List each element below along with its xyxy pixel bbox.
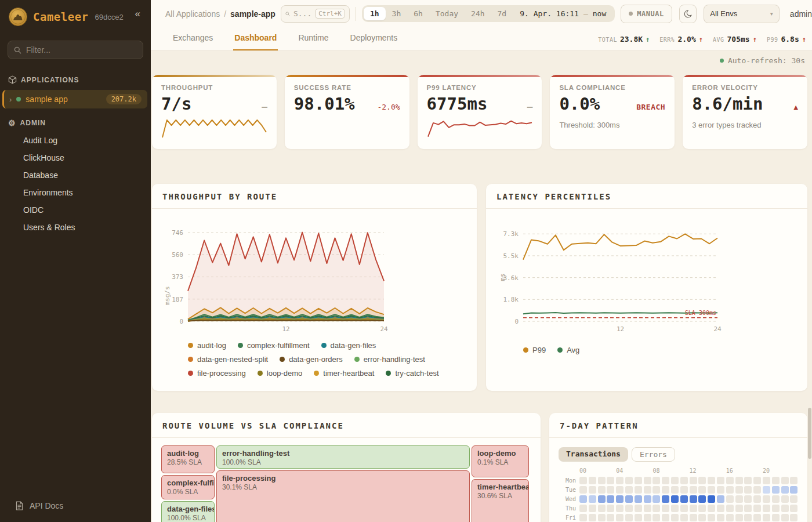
heatmap-row-wed: Wed xyxy=(559,495,807,503)
treemap-box-data-gen-files[interactable]: data-gen-files100.0% SLA xyxy=(161,501,215,522)
heatmap-cell xyxy=(644,477,651,484)
legend-item-audit-log[interactable]: audit-log xyxy=(188,341,226,350)
legend-item-p99[interactable]: P99 xyxy=(523,346,546,354)
stat-value: 2.0% xyxy=(677,35,695,44)
manual-refresh-button[interactable]: MANUAL xyxy=(621,5,672,23)
tab-exchanges[interactable]: Exchanges xyxy=(172,27,214,50)
app-title: Cameleer xyxy=(33,10,89,23)
heatmap-toggle-errors[interactable]: Errors xyxy=(632,447,675,462)
legend-dot xyxy=(557,347,563,353)
api-docs-link[interactable]: API Docs xyxy=(0,496,151,515)
tab-runtime[interactable]: Runtime xyxy=(297,27,329,50)
svg-text:msg/s: msg/s xyxy=(164,286,171,305)
stat-value: 23.8K xyxy=(620,35,643,44)
stat-label: TOTAL xyxy=(598,37,617,43)
treemap-box-audit-log[interactable]: audit-log28.5% SLA xyxy=(161,445,215,473)
collapse-sidebar-icon[interactable]: « xyxy=(132,7,144,21)
route-volume-sla-card: ROUTE VOLUME VS SLA COMPLIANCE audit-log… xyxy=(152,413,541,522)
heatmap-cell xyxy=(708,477,715,484)
stat-avg: AVG705ms↑ xyxy=(713,35,757,44)
heatmap-cell xyxy=(698,514,706,521)
dark-mode-toggle[interactable] xyxy=(679,5,697,23)
time-range-3h[interactable]: 3h xyxy=(386,7,408,20)
user-menu[interactable]: admin xyxy=(790,9,812,19)
treemap-box-timer-heartbeat[interactable]: timer-heartbeat30.6% SLA xyxy=(472,479,529,522)
heatmap-cells xyxy=(579,486,798,494)
legend-item-error-handling-test[interactable]: error-handling-test xyxy=(354,355,425,364)
legend-item-complex-fulfillment[interactable]: complex-fulfillment xyxy=(238,341,310,350)
heatmap-cell xyxy=(781,495,789,503)
app-logo[interactable]: Cameleer 69dcce2 xyxy=(8,7,124,27)
custom-date-range[interactable]: 9. Apr. 16:11—now xyxy=(513,9,613,18)
legend-item-loop-demo[interactable]: loop-demo xyxy=(258,369,302,378)
kpi-value-row: 0.0%BREACH xyxy=(559,94,665,114)
heatmap-cell xyxy=(589,514,596,521)
legend-item-try-catch-test[interactable]: try-catch-test xyxy=(386,369,438,378)
sidebar-item-users-roles[interactable]: Users & Roles xyxy=(0,219,151,236)
sidebar-filter[interactable] xyxy=(8,41,143,59)
svg-text:187: 187 xyxy=(172,296,183,303)
sidebar-item-clickhouse[interactable]: ClickHouse xyxy=(0,149,151,166)
throughput-by-route-card: THROUGHPUT BY ROUTE 74656037318701224msg… xyxy=(152,184,477,391)
legend-item-data-gen-nested-split[interactable]: data-gen-nested-split xyxy=(188,355,268,364)
kpi-value: 0.0% xyxy=(559,94,600,114)
expand-chevron-icon[interactable]: › xyxy=(9,95,12,104)
sidebar-item-oidc[interactable]: OIDC xyxy=(0,201,151,219)
heatmap-cell xyxy=(772,486,780,494)
treemap-box-error-handling-test[interactable]: error-handling-test100.0% SLA xyxy=(216,445,470,469)
environment-select[interactable]: All Envs ▾ xyxy=(704,5,780,23)
legend-item-file-processing[interactable]: file-processing xyxy=(188,369,246,378)
legend-item-timer-heartbeat[interactable]: timer-heartbeat xyxy=(314,369,374,378)
treemap-route-name: data-gen-files xyxy=(167,505,209,513)
heatmap-cell xyxy=(652,486,660,494)
heatmap-cell xyxy=(616,514,624,521)
heatmap-cell xyxy=(790,505,798,512)
time-range-7d[interactable]: 7d xyxy=(491,7,513,20)
kpi-card-sla-compliance: SLA COMPLIANCE0.0%BREACHThreshold: 300ms xyxy=(550,75,675,149)
time-range-24h[interactable]: 24h xyxy=(465,7,491,20)
tab-dashboard[interactable]: Dashboard xyxy=(233,27,278,50)
heatmap-cell xyxy=(790,486,798,494)
legend-item-data-gen-files[interactable]: data-gen-files xyxy=(321,341,376,350)
sidebar-item-sample-app[interactable]: › sample app 207.2k xyxy=(2,90,147,108)
time-range-6h[interactable]: 6h xyxy=(407,7,429,20)
heatmap-cell xyxy=(698,486,706,494)
kpi-value-row: 98.01%-2.0% xyxy=(294,94,400,114)
heatmap-cell xyxy=(625,505,633,512)
heatmap-toggle-transactions[interactable]: Transactions xyxy=(559,447,628,462)
heatmap-cell xyxy=(698,477,706,484)
scrollbar-thumb[interactable] xyxy=(808,408,811,459)
time-range-1h[interactable]: 1h xyxy=(364,7,386,20)
sidebar-item-environments[interactable]: Environments xyxy=(0,184,151,201)
tab-deployments[interactable]: Deployments xyxy=(349,27,399,50)
treemap-sla-value: 100.0% SLA xyxy=(167,514,209,522)
time-range-today[interactable]: Today xyxy=(429,7,465,20)
trend-arrow-icon: ↑ xyxy=(802,35,806,44)
seven-day-pattern-card: 7-DAY PATTERN TransactionsErrors 0004081… xyxy=(549,413,807,522)
heatmap-cell xyxy=(790,495,798,503)
treemap-box-complex-fulfil-[interactable]: complex-fulfil...0.0% SLA xyxy=(161,475,215,499)
breadcrumb-all-applications[interactable]: All Applications xyxy=(165,9,220,19)
heatmap-cell xyxy=(753,514,761,521)
global-search-button[interactable]: S... Ctrl+K xyxy=(281,5,350,23)
filter-input[interactable] xyxy=(26,45,125,55)
status-dot xyxy=(16,97,21,102)
heatmap-cell xyxy=(726,495,734,503)
latency-legend: P99Avg xyxy=(523,346,796,354)
sidebar-item-database[interactable]: Database xyxy=(0,166,151,184)
hour-label: 08 xyxy=(652,467,659,474)
heatmap-cell xyxy=(598,495,606,503)
auto-refresh-dot xyxy=(720,59,724,63)
sidebar-item-audit-log[interactable]: Audit Log xyxy=(0,132,151,149)
card-title: THROUGHPUT BY ROUTE xyxy=(152,184,477,209)
treemap-route-name: complex-fulfil... xyxy=(167,478,209,487)
legend-item-data-gen-orders[interactable]: data-gen-orders xyxy=(280,355,343,364)
treemap-box-file-processing[interactable]: file-processing30.1% SLA xyxy=(216,470,470,522)
heatmap-cell xyxy=(625,514,633,521)
legend-item-avg[interactable]: Avg xyxy=(557,346,579,354)
sidebar: Cameleer 69dcce2 « APPLICATIONS › sample… xyxy=(0,0,151,522)
heatmap-cell xyxy=(753,495,761,503)
heatmap-cell xyxy=(726,477,734,484)
treemap-box-loop-demo[interactable]: loop-demo0.1% SLA xyxy=(472,445,529,477)
heatmap-cell xyxy=(625,477,633,484)
